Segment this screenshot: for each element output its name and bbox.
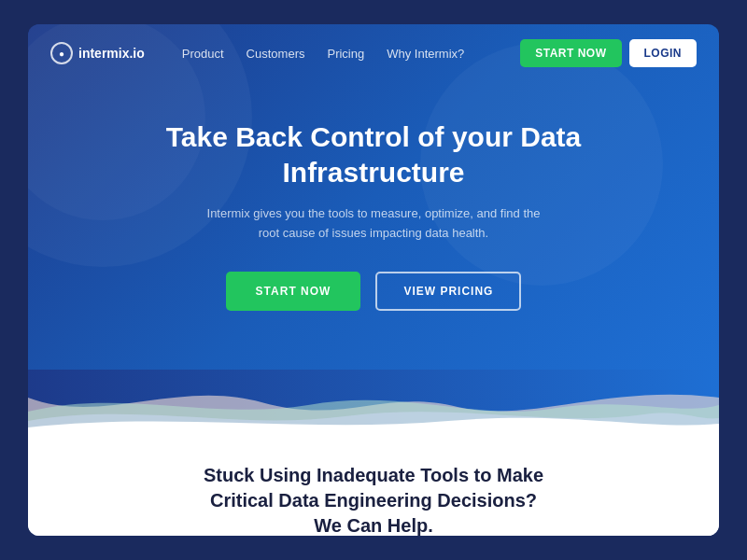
hero-buttons: START NOW VIEW PRICING [226, 272, 522, 311]
hero-content: Take Back Control of your Data Infrastru… [140, 82, 607, 311]
nav-product[interactable]: Product [182, 47, 224, 61]
nav-pricing[interactable]: Pricing [327, 47, 364, 61]
hero-subtitle: Intermix gives you the tools to measure,… [205, 204, 542, 244]
start-now-nav-button[interactable]: START NOW [520, 39, 621, 67]
wave-divider [28, 370, 719, 435]
nav-links: Product Customers Pricing Why Intermix? [182, 47, 520, 61]
nav-why-intermix[interactable]: Why Intermix? [387, 47, 464, 61]
start-now-hero-button[interactable]: START NOW [226, 272, 361, 311]
hero-title: Take Back Control of your Data Infrastru… [159, 119, 588, 189]
logo-text: intermix.io [78, 46, 145, 61]
page-card: ● intermix.io Product Customers Pricing … [28, 24, 719, 536]
bottom-section: Stuck Using Inadequate Tools to Make Cri… [28, 435, 719, 536]
view-pricing-button[interactable]: VIEW PRICING [375, 272, 521, 311]
login-button[interactable]: LOGIN [629, 39, 698, 67]
nav-actions: START NOW LOGIN [520, 39, 697, 67]
bottom-title: Stuck Using Inadequate Tools to Make Cri… [196, 463, 551, 536]
logo-icon: ● [50, 42, 73, 64]
navbar: ● intermix.io Product Customers Pricing … [28, 24, 719, 82]
nav-customers[interactable]: Customers [247, 47, 305, 61]
hero-section: ● intermix.io Product Customers Pricing … [28, 24, 719, 370]
logo: ● intermix.io [50, 42, 145, 64]
